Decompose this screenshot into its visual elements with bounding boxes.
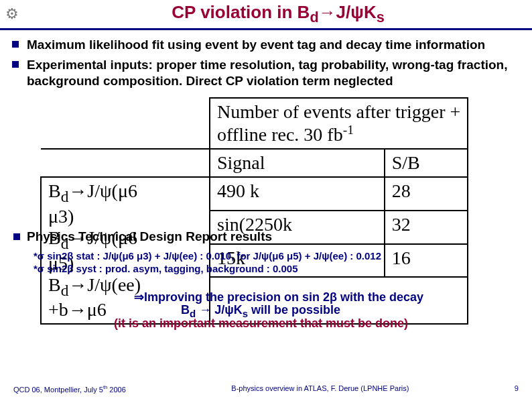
slide-title: CP violation in Bd→J/ψKs (24, 2, 532, 26)
atlas-logo-icon: ⚙ (0, 1, 24, 27)
bullet-icon (13, 233, 20, 240)
r1-signal: 490 k (210, 177, 385, 211)
footer: QCD 06, Montpellier, July 5th 2006 B-phy… (0, 384, 532, 394)
bullet-icon (12, 41, 19, 48)
physics-results-line: Physics Technical Design Report results (27, 229, 272, 244)
r2-sb: 32 (385, 211, 468, 244)
improve-line: ⇒Improving the precision on sin 2β with … (27, 290, 423, 304)
r3-sb: 16 (385, 244, 468, 278)
bullet-text-2: Experimental inputs: proper time resolut… (27, 57, 520, 89)
bd-text: Bd → J/ψKs will be possible (181, 303, 340, 317)
table-empty-cell (41, 149, 210, 177)
footer-right: 9 (515, 384, 519, 394)
table-empty-cell (41, 98, 210, 149)
col-signal: Signal (210, 149, 385, 177)
footer-left: QCD 06, Montpellier, July 5th 2006 (13, 384, 126, 394)
physics-text: Physics Technical Design Report results (27, 229, 272, 243)
improve-text: ⇒Improving the precision on sin 2β with … (134, 290, 423, 304)
table-header-main: Number of events after trigger + offline… (210, 98, 468, 149)
bullet-item-2: Experimental inputs: proper time resolut… (27, 57, 520, 89)
title-bar: ⚙ CP violation in Bd→J/ψKs (0, 0, 532, 30)
hdr-sup: -1 (343, 123, 354, 137)
bullet-text-1: Maximum likelihood fit using event by ev… (27, 37, 520, 53)
r1-sb: 28 (385, 177, 468, 211)
stat-text-2: *σ sin2β syst : prod. asym, tagging, bac… (34, 263, 298, 274)
hdr-line1: Number of events after trigger + (217, 101, 460, 122)
stat-text-1: *σ sin2β stat : J/ψ(μ6 μ3) + J/ψ(ee) : 0… (34, 250, 381, 262)
footer-mid: B-physics overview in ATLAS, F. Derue (L… (231, 384, 409, 394)
bullet-item-1: Maximum likelihood fit using event by ev… (27, 37, 520, 53)
hdr-line2: offline rec. 30 fb (217, 124, 343, 145)
it-line: (it is an important measurement that mus… (27, 317, 408, 331)
content-area: Maximum likelihood fit using event by ev… (0, 30, 532, 89)
bullet-icon (12, 61, 19, 68)
stat-line-1: *σ sin2β stat : J/ψ(μ6 μ3) + J/ψ(ee) : 0… (27, 250, 381, 262)
stat-line-2: *σ sin2β syst : prod. asym, tagging, bac… (27, 263, 298, 275)
col-sb: S/B (385, 149, 468, 177)
it-text: (it is an important measurement that mus… (114, 317, 408, 330)
